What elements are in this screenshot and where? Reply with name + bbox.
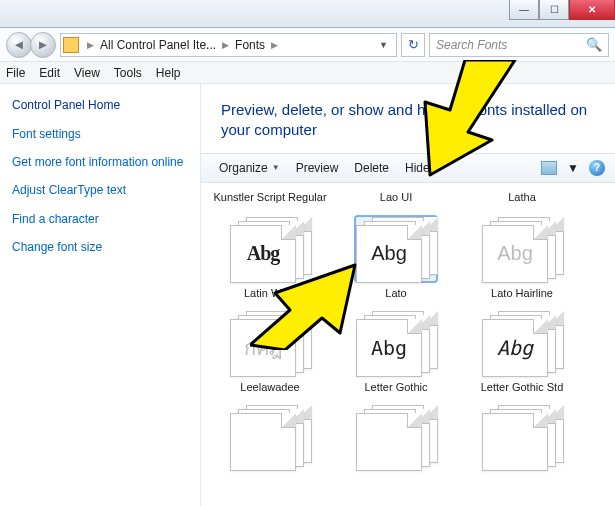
breadcrumb-fonts[interactable]: Fonts [233, 38, 267, 52]
address-bar[interactable]: ▶ All Control Panel Ite... ▶ Fonts ▶ ▼ [60, 33, 397, 57]
refresh-button[interactable]: ↻ [401, 33, 425, 57]
sidebar-link-change-font-size[interactable]: Change font size [12, 239, 188, 255]
search-placeholder: Search Fonts [436, 38, 507, 52]
svg-marker-1 [250, 265, 355, 350]
address-dropdown-icon[interactable]: ▼ [373, 40, 394, 50]
font-label: Leelawadee [240, 381, 299, 393]
sidebar: Control Panel Home Font settings Get mor… [0, 84, 200, 506]
font-label: Letter Gothic [365, 381, 428, 393]
sidebar-link-find-character[interactable]: Find a character [12, 211, 188, 227]
view-options-icon[interactable] [541, 161, 557, 175]
sidebar-link-font-settings[interactable]: Font settings [12, 126, 188, 142]
navigation-bar: ◄ ► ▶ All Control Panel Ite... ▶ Fonts ▶… [0, 28, 615, 62]
control-panel-home-link[interactable]: Control Panel Home [12, 98, 188, 112]
font-item[interactable] [356, 405, 436, 469]
font-label: Kunstler Script Regular [213, 191, 326, 203]
sidebar-link-more-info[interactable]: Get more font information online [12, 154, 188, 170]
menu-file[interactable]: File [6, 66, 25, 80]
annotation-arrow-lato [250, 230, 390, 350]
search-input[interactable]: Search Fonts 🔍 [429, 33, 609, 57]
menu-view[interactable]: View [74, 66, 100, 80]
breadcrumb-control-panel[interactable]: All Control Panel Ite... [98, 38, 218, 52]
preview-button[interactable]: Preview [288, 161, 347, 175]
font-item[interactable] [230, 405, 310, 469]
minimize-button[interactable]: — [509, 0, 539, 20]
help-icon[interactable]: ? [589, 160, 605, 176]
window-buttons: — ☐ ✕ [509, 0, 615, 20]
close-button[interactable]: ✕ [569, 0, 615, 20]
forward-button[interactable]: ► [30, 32, 56, 58]
font-item-letter-gothic-std[interactable]: Abg [482, 311, 562, 375]
menu-help[interactable]: Help [156, 66, 181, 80]
font-label: Letter Gothic Std [481, 381, 564, 393]
annotation-arrow-delete [370, 60, 520, 200]
folder-icon [63, 37, 79, 53]
sidebar-link-cleartype[interactable]: Adjust ClearType text [12, 182, 188, 198]
back-button[interactable]: ◄ [6, 32, 32, 58]
menu-tools[interactable]: Tools [114, 66, 142, 80]
font-item[interactable] [482, 405, 562, 469]
menu-edit[interactable]: Edit [39, 66, 60, 80]
font-item-lato-hairline[interactable]: Abg [482, 217, 562, 281]
font-label: Lato Hairline [491, 287, 553, 299]
chevron-down-icon[interactable]: ▼ [567, 161, 579, 175]
title-bar: — ☐ ✕ [0, 0, 615, 28]
search-icon: 🔍 [586, 37, 602, 52]
svg-marker-0 [425, 60, 515, 175]
maximize-button[interactable]: ☐ [539, 0, 569, 20]
chevron-down-icon: ▼ [272, 163, 280, 172]
menu-bar: File Edit View Tools Help [0, 62, 615, 84]
organize-button[interactable]: Organize▼ [211, 161, 288, 175]
